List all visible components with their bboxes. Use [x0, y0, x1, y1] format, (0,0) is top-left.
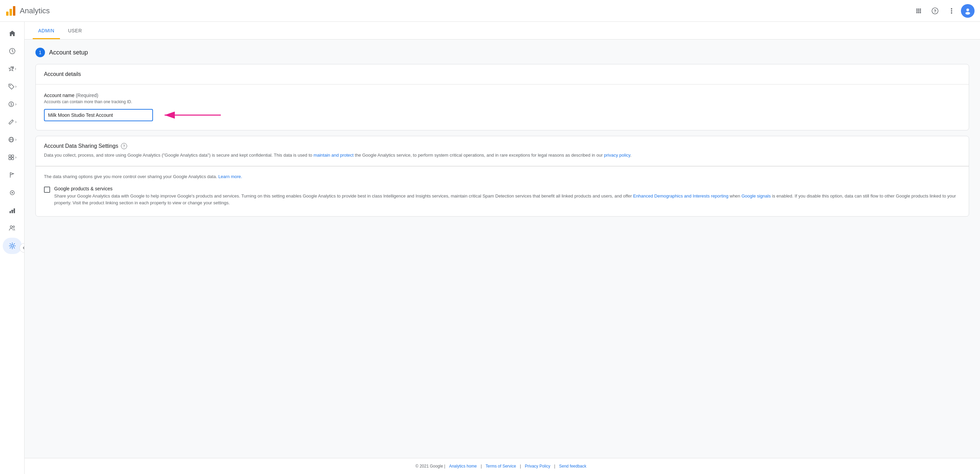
sharing-intro: The data sharing options give you more c… — [44, 173, 961, 181]
tags-chevron: › — [15, 84, 17, 89]
sidebar-item-flag[interactable] — [3, 167, 22, 183]
account-details-title: Account details — [44, 71, 81, 77]
google-products-checkbox[interactable] — [44, 187, 50, 193]
input-arrow-container — [44, 108, 961, 122]
account-name-required: (Required) — [76, 93, 98, 98]
data-sharing-header: Account Data Sharing Settings ? Data you… — [36, 136, 969, 166]
google-products-title: Google products & services — [54, 186, 961, 191]
help-icon: ? — [932, 8, 939, 14]
sidebar-item-monetization[interactable]: $ › — [3, 96, 22, 113]
acquisition-icon — [8, 66, 14, 72]
google-products-row: Google products & services Share your Go… — [44, 186, 961, 207]
apps-icon — [915, 8, 922, 14]
sidebar-item-realtime[interactable] — [3, 43, 22, 59]
tab-user[interactable]: USER — [63, 23, 88, 39]
learn-more-link[interactable]: Learn more. — [218, 174, 242, 179]
svg-point-18 — [965, 12, 970, 15]
sidebar-collapse-button[interactable] — [19, 243, 24, 253]
data-sharing-help-icon[interactable]: ? — [121, 143, 127, 149]
footer-terms[interactable]: Terms of Service — [485, 464, 516, 469]
sidebar-item-globe[interactable]: › — [3, 132, 22, 148]
globe-chevron: › — [15, 137, 17, 142]
footer-privacy[interactable]: Privacy Policy — [525, 464, 550, 469]
footer-feedback[interactable]: Send feedback — [559, 464, 586, 469]
tab-admin[interactable]: ADMIN — [33, 23, 60, 39]
home-icon — [8, 30, 16, 37]
sidebar-item-acquisition[interactable]: › — [3, 60, 22, 77]
svg-point-11 — [920, 12, 921, 13]
enhanced-link[interactable]: Enhanced Demographics and Interests repo… — [633, 193, 729, 198]
svg-point-20 — [10, 85, 11, 86]
explore-chevron: › — [15, 155, 17, 160]
apps-button[interactable] — [912, 4, 926, 18]
svg-rect-26 — [9, 158, 11, 160]
account-details-body: Account name (Required) Accounts can con… — [36, 84, 969, 130]
monetization-icon: $ — [8, 101, 15, 108]
create-chevron: › — [15, 119, 17, 124]
privacy-link[interactable]: privacy policy — [604, 152, 630, 158]
sidebar-item-create[interactable]: › — [3, 114, 22, 130]
svg-rect-1 — [10, 9, 12, 16]
svg-point-6 — [916, 10, 918, 11]
svg-point-7 — [918, 10, 920, 11]
svg-point-34 — [10, 226, 12, 228]
sidebar-item-admin[interactable] — [3, 238, 22, 254]
data-sharing-card: Account Data Sharing Settings ? Data you… — [35, 136, 969, 217]
svg-point-10 — [918, 12, 920, 13]
sidebar-item-ring[interactable] — [3, 185, 22, 201]
content-area: ADMIN USER 1 Account setup Account detai… — [24, 22, 980, 474]
svg-rect-2 — [13, 6, 15, 16]
svg-point-5 — [920, 8, 921, 10]
maintain-link[interactable]: maintain and protect — [313, 152, 354, 158]
logo-area: Analytics — [5, 5, 912, 16]
account-name-hint: Accounts can contain more than one track… — [44, 100, 961, 104]
avatar-icon — [964, 7, 972, 15]
svg-rect-32 — [11, 210, 13, 213]
header-actions: ? — [912, 4, 975, 18]
svg-point-9 — [916, 12, 918, 13]
svg-text:$: $ — [10, 103, 12, 106]
svg-point-17 — [966, 8, 969, 11]
svg-rect-27 — [11, 155, 14, 157]
svg-point-35 — [13, 226, 14, 228]
tag-icon — [8, 83, 15, 90]
body-layout: › › $ › › — [0, 22, 980, 474]
flag-icon — [9, 172, 16, 178]
sidebar-item-tags[interactable]: › — [3, 78, 22, 95]
annotation-arrow — [161, 108, 223, 122]
svg-rect-25 — [9, 155, 11, 157]
sidebar-item-audience[interactable] — [3, 220, 22, 236]
step-title: Account setup — [49, 49, 88, 56]
svg-point-4 — [918, 8, 920, 10]
account-name-input[interactable] — [44, 109, 153, 121]
sidebar-item-home[interactable] — [3, 25, 22, 41]
sidebar-item-explore[interactable]: › — [3, 149, 22, 165]
google-products-desc: Share your Google Analytics data with Go… — [54, 193, 961, 207]
signals-link[interactable]: Google signals — [741, 193, 771, 198]
tabs-bar: ADMIN USER — [24, 22, 980, 40]
sidebar: › › $ › › — [0, 22, 24, 474]
svg-point-8 — [920, 10, 921, 11]
data-sharing-desc: Data you collect, process, and store usi… — [44, 152, 961, 159]
people-icon — [8, 224, 16, 232]
page-footer: © 2021 Google | Analytics home | Terms o… — [24, 458, 980, 474]
help-button[interactable]: ? — [928, 4, 942, 18]
top-header: Analytics ? — [0, 0, 980, 22]
back-icon — [22, 246, 24, 250]
user-avatar[interactable] — [961, 4, 975, 18]
analytics-logo-icon — [5, 5, 16, 16]
account-name-label: Account name (Required) — [44, 93, 961, 98]
monetization-chevron: › — [15, 102, 17, 106]
account-details-card: Account details Account name (Required) … — [35, 64, 969, 130]
ring-icon — [9, 189, 16, 196]
more-button[interactable] — [945, 4, 958, 18]
chart-icon — [9, 207, 16, 214]
svg-point-36 — [11, 245, 13, 247]
explore-icon — [8, 154, 15, 161]
step-badge: 1 — [35, 48, 45, 57]
sidebar-item-chart[interactable] — [3, 202, 22, 219]
main-content: 1 Account setup Account details Account … — [24, 40, 980, 458]
app-title: Analytics — [20, 6, 50, 15]
footer-analytics-home[interactable]: Analytics home — [449, 464, 477, 469]
svg-rect-28 — [11, 158, 14, 160]
